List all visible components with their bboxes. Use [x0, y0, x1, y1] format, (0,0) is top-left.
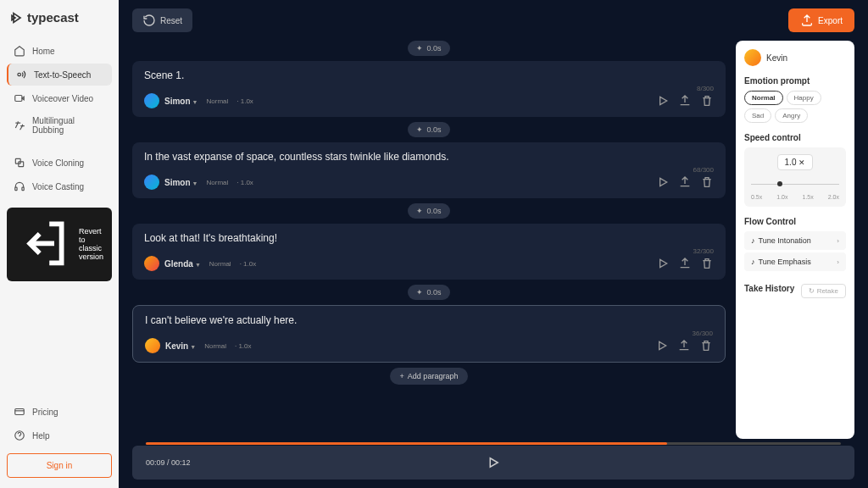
paragraph-text[interactable]: Scene 1. — [144, 69, 714, 81]
timing-chip[interactable]: ✦0.0s — [408, 285, 449, 300]
play-icon[interactable] — [656, 94, 670, 108]
voice-speed: · 1.0x — [235, 342, 252, 350]
voice-speed: · 1.0x — [236, 97, 253, 105]
revert-button[interactable]: Revert to classic version — [7, 208, 112, 281]
flow-item[interactable]: ♪Tune Emphasis› — [744, 252, 846, 271]
sidebar-item-label: Voice Casting — [32, 182, 84, 191]
speed-title: Speed control — [744, 133, 846, 142]
flow-item[interactable]: ♪Tune Intonation› — [744, 231, 846, 250]
sidebar-item-casting[interactable]: Voice Casting — [7, 175, 112, 197]
speed-tick: 2.0x — [828, 194, 839, 200]
progress-track[interactable] — [146, 442, 841, 445]
home-icon — [14, 45, 25, 57]
play-icon[interactable] — [656, 257, 670, 270]
speed-tick: 1.5x — [803, 194, 814, 200]
properties-panel: Kevin Emotion prompt NormalHappySadAngry… — [736, 41, 854, 439]
upload-icon[interactable] — [678, 175, 692, 189]
svg-rect-1 — [15, 96, 22, 102]
trash-icon[interactable] — [700, 175, 714, 189]
brand-logo[interactable]: typecast — [7, 10, 112, 25]
voice-selector[interactable]: Glenda▼ — [164, 259, 201, 269]
sidebar-item-cloning[interactable]: Voice Cloning — [7, 152, 112, 174]
logo-icon — [10, 11, 24, 25]
flow-title: Flow Control — [744, 217, 846, 226]
char-count: 68/300 — [693, 166, 714, 174]
voice-avatar — [744, 49, 761, 66]
voice-selector[interactable]: Simon▼ — [164, 178, 198, 187]
globe-icon — [14, 119, 25, 131]
sidebar-item-label: Voiceover Video — [32, 94, 93, 103]
voice-avatar — [144, 256, 159, 271]
voice-speed: · 1.0x — [236, 179, 253, 186]
add-paragraph-button[interactable]: +Add paragraph — [390, 368, 469, 385]
clock-icon: ✦ — [416, 44, 423, 53]
headphone-icon — [14, 180, 25, 192]
paragraph-block[interactable]: Look at that! It's breathtaking!32/300Gl… — [132, 224, 726, 280]
retake-icon: ↻ — [809, 287, 815, 295]
retake-button[interactable]: ↻ Retake — [801, 284, 846, 298]
emotion-chip-angry[interactable]: Angry — [775, 108, 808, 123]
char-count: 36/300 — [693, 330, 713, 337]
speed-slider[interactable] — [751, 177, 839, 191]
voice-speed: · 1.0x — [240, 260, 257, 268]
tts-icon — [15, 69, 27, 80]
paragraph-block[interactable]: I can't believe we're actually here.36/3… — [132, 305, 726, 363]
sidebar-item-label: Help — [32, 431, 50, 441]
sidebar-item-voiceover[interactable]: Voiceover Video — [7, 87, 112, 109]
sidebar-item-help[interactable]: Help — [7, 424, 112, 446]
undo-icon — [142, 14, 156, 27]
close-icon[interactable]: ✕ — [798, 158, 805, 167]
sidebar-item-home[interactable]: Home — [7, 40, 112, 62]
sidebar-item-label: Multilingual Dubbing — [32, 116, 105, 135]
sidebar-item-tts[interactable]: Text-to-Speech — [7, 64, 112, 86]
progress-fill — [146, 442, 667, 445]
sidebar-item-label: Voice Cloning — [32, 158, 84, 168]
speed-tick: 1.0x — [776, 194, 787, 200]
signin-button[interactable]: Sign in — [7, 453, 112, 478]
note-icon: ♪ — [751, 258, 755, 266]
signin-label: Sign in — [47, 461, 73, 470]
paragraph-text[interactable]: I can't believe we're actually here. — [145, 314, 713, 326]
upload-icon[interactable] — [677, 339, 691, 352]
timing-chip[interactable]: ✦0.0s — [408, 122, 449, 137]
svg-rect-4 — [15, 187, 17, 191]
paragraph-text[interactable]: In the vast expanse of space, countless … — [144, 151, 714, 163]
voice-selector[interactable]: Simon▼ — [164, 97, 198, 106]
voice-avatar — [144, 93, 159, 108]
sidebar-item-pricing[interactable]: Pricing — [7, 401, 112, 423]
voice-emotion: Normal — [207, 97, 229, 105]
card-icon — [14, 406, 25, 418]
emotion-chip-happy[interactable]: Happy — [787, 91, 821, 105]
video-icon — [14, 92, 25, 104]
emotion-chip-normal[interactable]: Normal — [744, 91, 783, 105]
sidebar-item-dubbing[interactable]: Multilingual Dubbing — [7, 111, 112, 140]
trash-icon[interactable] — [699, 339, 713, 352]
trash-icon[interactable] — [700, 94, 714, 108]
paragraph-text[interactable]: Look at that! It's breathtaking! — [144, 232, 714, 244]
paragraph-block[interactable]: In the vast expanse of space, countless … — [132, 142, 726, 198]
upload-icon[interactable] — [678, 94, 692, 108]
export-button[interactable]: Export — [788, 8, 854, 32]
voice-emotion: Normal — [204, 342, 226, 350]
reset-button[interactable]: Reset — [132, 8, 192, 32]
paragraph-block[interactable]: Scene 1.8/300Simon▼Normal· 1.0x — [132, 61, 726, 117]
emotion-chip-sad[interactable]: Sad — [744, 108, 771, 123]
voice-avatar — [145, 338, 160, 353]
clone-icon — [14, 157, 25, 169]
voice-emotion: Normal — [209, 260, 231, 268]
play-button[interactable] — [486, 455, 501, 470]
retake-label: Retake — [817, 287, 838, 295]
chevron-right-icon: › — [837, 237, 839, 245]
revert-label: Revert to classic version — [79, 227, 103, 261]
sidebar-item-label: Text-to-Speech — [34, 70, 91, 80]
trash-icon[interactable] — [700, 257, 714, 270]
timing-chip[interactable]: ✦0.0s — [408, 41, 449, 56]
voice-selector[interactable]: Kevin▼ — [165, 341, 196, 351]
timing-chip[interactable]: ✦0.0s — [408, 203, 449, 219]
upload-icon[interactable] — [678, 257, 692, 270]
speed-value-chip[interactable]: 1.0 ✕ — [777, 154, 814, 170]
play-icon[interactable] — [656, 175, 670, 189]
export-label: Export — [818, 16, 843, 25]
play-icon[interactable] — [655, 339, 669, 352]
char-count: 32/300 — [693, 247, 714, 255]
